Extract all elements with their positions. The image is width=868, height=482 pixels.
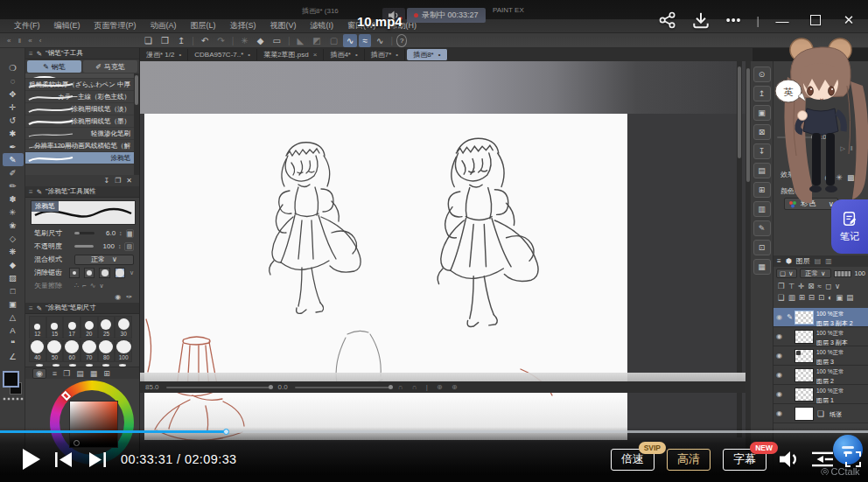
layer-thumbnail[interactable] [794, 407, 814, 421]
menu-item[interactable]: 编辑(E) [47, 20, 88, 31]
object-tool[interactable]: ↺ [3, 114, 24, 127]
eye-icon[interactable]: ◉ [774, 409, 785, 417]
aa-option-strong[interactable] [115, 268, 125, 278]
brush-size-preset[interactable]: 80 [98, 339, 116, 362]
palette-icon[interactable]: ▤ [753, 163, 771, 178]
delete-icon[interactable]: ✕ [126, 177, 132, 185]
pencil-tool[interactable]: ✏ [3, 179, 24, 192]
menu-item[interactable]: 文件(F) [7, 20, 47, 31]
color-swatches[interactable] [2, 371, 24, 401]
command-icon[interactable]: ◆ [254, 34, 268, 47]
merge-down-icon[interactable]: ⊟ [808, 293, 815, 302]
command-icon[interactable]: ❐ [158, 34, 172, 47]
menu-item[interactable]: 选择(S) [223, 20, 263, 31]
eraser-tool[interactable]: ◇ [3, 232, 24, 245]
palette-icon[interactable]: ▥ [753, 201, 771, 217]
panel-menu-icon[interactable]: ≡ [29, 304, 33, 312]
tab-pen[interactable]: ✎钢笔 [27, 60, 81, 73]
lock-alpha-icon[interactable]: ≈ [817, 282, 822, 290]
command-icon[interactable]: ▢ [326, 34, 341, 47]
chevron-down-icon[interactable]: ∨ [130, 269, 134, 276]
tool-property-header[interactable]: ≡ ✎ "涂鸦笔"工具属性 [25, 186, 139, 198]
dynamics-icon[interactable]: ▆ [126, 229, 134, 238]
pen2-tool[interactable]: ✐ [3, 166, 24, 179]
tab-mark-icon[interactable]: • [396, 51, 398, 59]
palette-icon[interactable]: ⊙ [753, 66, 771, 82]
brush-size-slider[interactable] [74, 232, 94, 234]
speed-button[interactable]: 倍速 SVIP [611, 449, 654, 471]
command-icon[interactable]: ↶ [198, 34, 212, 47]
delete-layer-icon[interactable]: ▤ [846, 293, 853, 302]
text-tool[interactable]: A [3, 324, 24, 337]
ruler-tool[interactable]: ∠ [3, 350, 24, 363]
layer-opacity-slider[interactable] [834, 270, 852, 277]
eye-icon[interactable]: ◉ [774, 332, 785, 340]
color-slider-icon[interactable]: ≡ [52, 369, 57, 378]
frame-tool[interactable]: ▣ [3, 297, 24, 311]
minimize-icon[interactable]: — [772, 10, 793, 31]
command-icon[interactable]: ∿ [373, 34, 387, 47]
opacity-value[interactable]: 100 [97, 242, 115, 250]
layer-row[interactable]: ◉ 100 %正常图层 1 [774, 385, 868, 404]
panel-collapse-icons[interactable]: « ‖ « ‹ [0, 37, 140, 45]
quality-button[interactable]: 高清 [667, 449, 710, 471]
command-icon[interactable]: | [388, 35, 395, 46]
brush-size-preset[interactable]: 50 [46, 339, 64, 362]
foreground-color-swatch[interactable] [3, 371, 19, 388]
color-grid-icon[interactable]: ▦ [90, 369, 98, 378]
brush-size-preset[interactable]: 15 [46, 316, 64, 339]
new-vector-icon[interactable]: ▥ [788, 293, 795, 302]
brush-size-preset[interactable]: 25 [98, 316, 116, 339]
command-icon[interactable]: ≈ [359, 34, 371, 47]
fill-tool[interactable]: ◆ [3, 258, 24, 271]
next-button[interactable] [88, 452, 107, 467]
document-tab[interactable]: 菜菜2草图.psd × [257, 49, 324, 60]
tab-marker[interactable]: ✐马克笔 [83, 60, 137, 73]
airbrush-tool[interactable]: ✳ [3, 206, 24, 219]
eyedropper-tool[interactable]: ✒ [3, 140, 24, 153]
command-icon[interactable]: | [230, 35, 236, 46]
document-tab[interactable]: 插画8* • [407, 49, 447, 60]
aa-option-none[interactable] [69, 268, 80, 278]
brush-item[interactable]: カラー主線（彩色主线） [25, 91, 139, 103]
brush-size-preset[interactable]: 100 [115, 339, 132, 362]
aa-option-mid[interactable] [99, 268, 109, 278]
wand-tool[interactable]: ✱ [3, 127, 24, 140]
panel-menu-icon[interactable]: ≡ [29, 50, 33, 58]
color-history-dots[interactable] [3, 397, 24, 401]
palette-icon[interactable]: ↥ [753, 86, 771, 101]
document-tab[interactable]: 插画7* • [365, 49, 405, 60]
timeline-slider[interactable] [295, 387, 391, 388]
vector-option-icon[interactable]: ∴ [74, 282, 79, 290]
palette-icon[interactable]: ⊡ [753, 240, 771, 255]
close-icon[interactable]: ✕ [838, 10, 859, 31]
menu-item[interactable]: 页面管理(P) [88, 20, 144, 31]
command-icon[interactable]: ◩ [309, 34, 324, 47]
brush-size-value[interactable]: 6.0 [98, 229, 116, 237]
subtool-panel-header[interactable]: ≡ ✎ "钢笔"子工具 [25, 48, 139, 59]
command-icon[interactable]: ∿ [343, 34, 357, 47]
chevron-down-icon[interactable]: ∨ [835, 282, 840, 290]
lock-icon[interactable]: ⊠ [808, 282, 814, 290]
draft-icon[interactable]: ◻ [825, 282, 831, 290]
layer-row[interactable]: ◉ 100 %正常图层 2 [774, 366, 868, 385]
panel-menu-icon[interactable]: ≡ [777, 257, 781, 265]
brush-size-preset[interactable]: 70 [80, 339, 98, 362]
command-icon[interactable]: ◣ [293, 34, 307, 47]
volume-icon[interactable] [779, 449, 800, 470]
tab-mark-icon[interactable]: • [355, 51, 358, 59]
shape-tool[interactable]: □ [3, 284, 24, 297]
brush-size-preset[interactable]: 20 [80, 316, 98, 339]
scrollbar[interactable] [134, 73, 139, 175]
command-icon[interactable]: ❏ [141, 34, 156, 47]
layer-tab-icon[interactable]: ▤ [815, 257, 822, 265]
brush-item[interactable]: 涂鸦用细线笔（墨） [25, 115, 139, 128]
palette-icon[interactable]: ▣ [753, 105, 771, 121]
spinner-icon[interactable]: ↕ [118, 243, 122, 249]
color-history-icon[interactable]: ⊞ [103, 369, 110, 378]
vector-option-icon[interactable]: ⌐ [82, 282, 87, 290]
subtitle-button[interactable]: 字幕 NEW [723, 449, 766, 471]
menu-item[interactable]: 视图(V) [263, 20, 304, 31]
layer-tab-icon[interactable]: ▥ [825, 257, 832, 265]
zoom-tool[interactable]: ❍ [3, 61, 24, 74]
